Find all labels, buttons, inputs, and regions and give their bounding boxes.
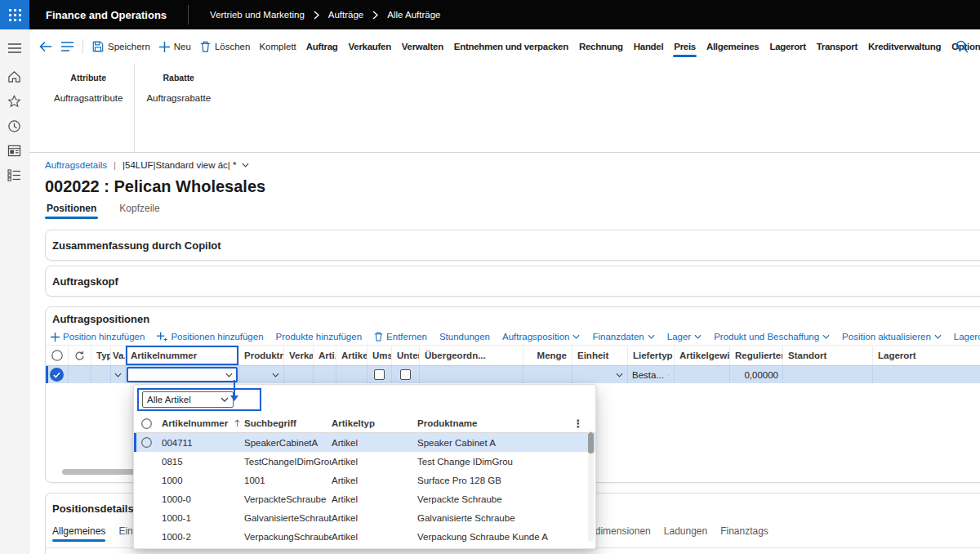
row-artikel-cell[interactable] — [314, 366, 336, 383]
row-produktname-dropdown[interactable] — [239, 366, 284, 383]
umsatz-checkbox[interactable] — [374, 369, 385, 380]
auftragsposition-menu[interactable]: Auftragsposition — [502, 332, 580, 342]
select-all-header[interactable] — [46, 346, 69, 365]
row-liefertyp-dropdown[interactable]: Besta... — [628, 366, 675, 383]
nav-list-icon[interactable] — [61, 42, 74, 51]
lookup-row-1000-0[interactable]: 1000-0 VerpackteSchraube Artikel Verpack… — [134, 489, 595, 508]
auftragsrabatte-button[interactable]: Auftragsrabatte — [146, 93, 211, 103]
col-header-lagerort[interactable]: Lagerort — [873, 346, 980, 365]
lookup-select-all[interactable] — [140, 418, 162, 430]
copilot-summary-section[interactable]: Zusammenfassung durch Copilot — [45, 230, 980, 261]
tab-verwalten[interactable]: Verwalten — [401, 38, 444, 55]
lookup-filter-select[interactable]: Alle Artikel — [142, 391, 234, 408]
auftragsattribute-button[interactable]: Auftragsattribute — [54, 93, 122, 103]
row-select-cell[interactable] — [46, 366, 69, 383]
col-header-produktname[interactable]: Produktname — [239, 346, 284, 365]
lookup-row-1000[interactable]: 1000 1001 Artikel Surface Pro 128 GB — [134, 471, 595, 489]
order-header-section[interactable]: Auftragskopf — [45, 266, 980, 297]
unter-checkbox[interactable] — [400, 369, 411, 380]
row-standort-cell[interactable] — [783, 366, 873, 383]
col-header-standort[interactable]: Standort — [783, 346, 873, 365]
lookup-row-0815[interactable]: 0815 TestChangeIDimGrou Artikel Test Cha… — [134, 452, 595, 471]
tab-transport[interactable]: Transport — [816, 38, 858, 55]
tab-kopfzeile[interactable]: Kopfzeile — [118, 203, 161, 220]
add-line-button[interactable]: Position hinzufügen — [51, 332, 145, 342]
col-header-regulierter-preis[interactable]: Regulierter Pre... — [730, 346, 783, 365]
row-regulierter-preis-cell[interactable]: 0,00000 — [730, 366, 783, 383]
sidebar-recent-clock-icon[interactable] — [0, 114, 29, 138]
col-header-artikelgruppe[interactable]: Artikelg... — [336, 346, 368, 365]
save-button[interactable]: Speichern — [92, 41, 150, 52]
produkt-und-beschaffung-menu[interactable]: Produkt und Beschaffung — [714, 332, 830, 342]
tab-entnehmen-und-verpacken[interactable]: Entnehmen und verpacken — [453, 38, 569, 55]
sidebar-home-icon[interactable] — [0, 65, 29, 89]
tab-ladungen[interactable]: Ladungen — [664, 525, 707, 544]
row-typ-cell[interactable] — [91, 366, 111, 383]
new-button[interactable]: Neu — [159, 42, 191, 52]
col-header-liefertyp[interactable]: Liefertyp — [628, 346, 675, 365]
row-einheit-dropdown[interactable] — [572, 366, 628, 383]
lagerort-menu[interactable]: Lagerort — [954, 332, 980, 342]
app-title[interactable]: Finance and Operations — [29, 9, 188, 21]
lookup-row-1000-1[interactable]: 1000-1 GalvanisierteSchraub Artikel Galv… — [134, 508, 595, 527]
col-header-typ[interactable]: Typ — [91, 346, 111, 365]
tab-produktdimensionen[interactable]: dimensionen — [595, 525, 651, 544]
col-header-artikelgewicht[interactable]: Artikelgewicht ... — [675, 346, 730, 365]
tab-allgemeines[interactable]: Allgemeines — [706, 38, 760, 55]
remove-button[interactable]: Entfernen — [374, 332, 427, 342]
tab-positionen[interactable]: Positionen — [45, 203, 98, 220]
col-header-verkauf[interactable]: Verka... — [284, 346, 314, 365]
row-artikelgruppe-cell[interactable] — [336, 366, 368, 383]
lookup-col-suchbegriff[interactable]: Suchbegriff — [244, 418, 332, 428]
col-header-einheit[interactable]: Einheit — [572, 346, 628, 365]
sidebar-hamburger-icon[interactable] — [0, 36, 29, 60]
tab-auftrag[interactable]: Auftrag — [305, 38, 339, 55]
lookup-col-artikeltyp[interactable]: Artikeltyp — [332, 418, 417, 428]
col-header-menge[interactable]: Menge — [523, 346, 572, 365]
col-header-variante[interactable]: Va... — [111, 346, 126, 365]
lookup-row-004711[interactable]: 004711 SpeakerCabinetA Artikel Speaker C… — [134, 433, 595, 452]
col-header-umsatz[interactable]: Ums... — [368, 346, 392, 365]
lookup-col-produktname[interactable]: Produktname — [417, 418, 572, 428]
sidebar-workspaces-icon[interactable] — [0, 138, 29, 163]
add-products-button[interactable]: Produkte hinzufügen — [276, 332, 363, 342]
tab-finanztags[interactable]: Finanztags — [720, 525, 768, 544]
lager-menu[interactable]: Lager — [667, 332, 702, 342]
back-button[interactable] — [39, 41, 52, 52]
refresh-header[interactable] — [69, 346, 91, 365]
col-header-unter[interactable]: Unter... — [392, 346, 420, 365]
tab-kreditverwaltung[interactable]: Kreditverwaltung — [867, 38, 942, 55]
search-icon[interactable] — [956, 40, 969, 53]
row-artikelgewicht-cell[interactable] — [675, 366, 730, 383]
tab-lagerort[interactable]: Lagerort — [768, 38, 806, 55]
app-launcher-waffle-icon[interactable] — [0, 0, 29, 29]
sidebar-favorites-star-icon[interactable] — [0, 89, 29, 114]
kebab-menu-icon[interactable]: ⋮ — [572, 418, 584, 430]
lookup-scrollbar-thumb[interactable] — [588, 432, 594, 453]
lookup-row-1000-2[interactable]: 1000-2 VerpackungSchraubeKu Artikel Verp… — [134, 527, 595, 546]
row-select-circle[interactable] — [140, 436, 162, 449]
tab-handel[interactable]: Handel — [633, 38, 665, 55]
sidebar-modules-list-icon[interactable] — [0, 163, 29, 187]
tab-allgemeines-details[interactable]: Allgemeines — [52, 525, 105, 544]
col-header-artikelnummer[interactable]: Artikelnummer — [126, 346, 239, 365]
breadcrumb-area[interactable]: Aufträge — [328, 10, 363, 20]
col-header-uebergeordnet[interactable]: Übergeordn... — [420, 346, 523, 365]
row-verkauf-cell[interactable] — [284, 366, 314, 383]
complete-button[interactable]: Komplett — [259, 42, 296, 51]
row-variante-dropdown[interactable] — [111, 366, 126, 383]
form-caption-link[interactable]: Auftragsdetails — [45, 160, 107, 170]
row-uebergeordnet-cell[interactable] — [420, 366, 523, 383]
lookup-col-artikelnummer[interactable]: Artikelnummer — [162, 418, 244, 428]
finanzdaten-menu[interactable]: Finanzdaten — [592, 332, 654, 342]
view-selector[interactable]: |54LUF|Standard view ác| * — [122, 160, 249, 170]
add-lines-button[interactable]: Positionen hinzufügen — [157, 332, 263, 342]
breadcrumb-page[interactable]: Alle Aufträge — [387, 10, 440, 20]
breadcrumb-module[interactable]: Vertrieb und Marketing — [210, 10, 305, 20]
stundungen-button[interactable]: Stundungen — [439, 332, 490, 342]
tab-verkaufen[interactable]: Verkaufen — [348, 38, 392, 55]
row-lagerort-cell[interactable] — [873, 366, 980, 383]
position-aktualisieren-menu[interactable]: Position aktualisieren — [842, 332, 942, 342]
col-header-artikel[interactable]: Arti... — [314, 346, 336, 365]
tab-preis[interactable]: Preis — [673, 38, 697, 55]
